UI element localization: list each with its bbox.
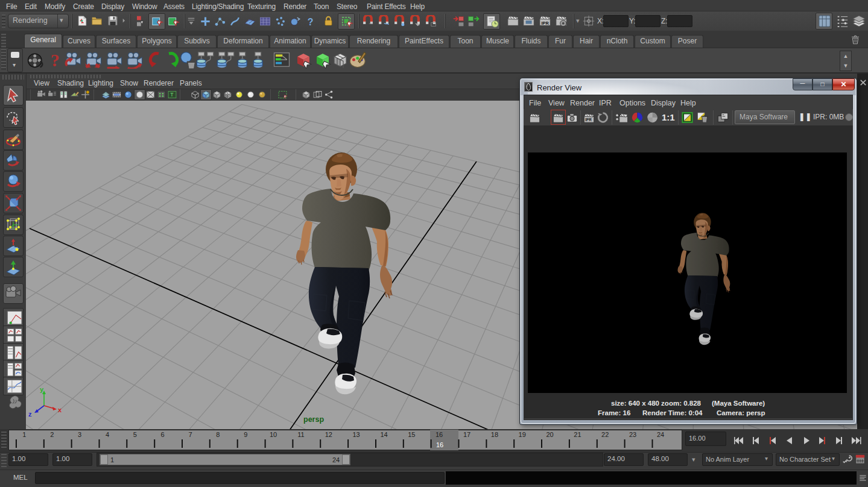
svg-text:24: 24 bbox=[657, 431, 664, 438]
svg-text:?: ? bbox=[308, 17, 314, 27]
svg-text:3: 3 bbox=[78, 431, 81, 438]
svg-text:1: 1 bbox=[22, 431, 26, 438]
svg-text:z: z bbox=[28, 410, 32, 418]
svg-text:IPR: IPR bbox=[585, 118, 592, 122]
svg-text:16: 16 bbox=[436, 441, 443, 448]
svg-text:IPR: IPR bbox=[542, 20, 550, 26]
svg-text:14: 14 bbox=[380, 431, 387, 438]
svg-text:12: 12 bbox=[325, 431, 332, 438]
svg-text:4: 4 bbox=[106, 431, 109, 438]
svg-text:T: T bbox=[170, 92, 174, 98]
svg-text:15: 15 bbox=[408, 431, 415, 438]
svg-text:22: 22 bbox=[601, 431, 609, 438]
svg-text:persp: persp bbox=[303, 415, 324, 424]
svg-text:23: 23 bbox=[629, 431, 636, 438]
svg-text:19: 19 bbox=[519, 431, 526, 438]
svg-text:5: 5 bbox=[133, 431, 137, 438]
svg-text:16: 16 bbox=[436, 431, 443, 438]
svg-text:13: 13 bbox=[352, 431, 360, 438]
svg-text:18: 18 bbox=[491, 431, 498, 438]
svg-text:?: ? bbox=[51, 51, 60, 69]
svg-text:21: 21 bbox=[574, 431, 581, 438]
svg-text:x: x bbox=[58, 406, 62, 413]
svg-text:10: 10 bbox=[270, 431, 277, 438]
svg-text:17: 17 bbox=[463, 431, 470, 438]
svg-text:y: y bbox=[40, 386, 44, 393]
svg-text:11: 11 bbox=[297, 431, 304, 438]
svg-text:2: 2 bbox=[50, 431, 54, 438]
svg-text:7: 7 bbox=[188, 431, 192, 438]
svg-text:20: 20 bbox=[546, 431, 553, 438]
svg-text:6: 6 bbox=[161, 431, 165, 438]
svg-text:9: 9 bbox=[244, 431, 247, 438]
svg-text:8: 8 bbox=[216, 431, 220, 438]
